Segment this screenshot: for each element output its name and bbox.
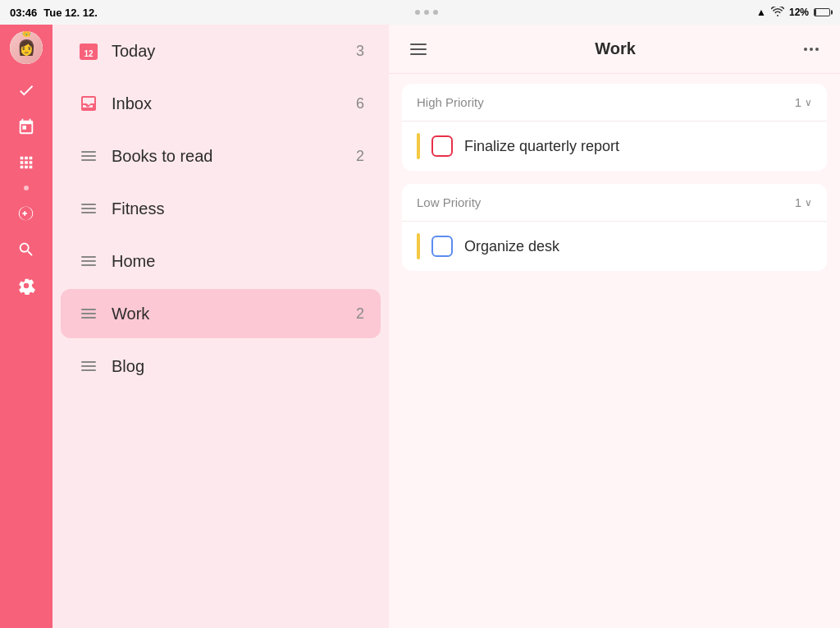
sidebar-item-today[interactable]: 12 Today 3 [61,26,381,76]
low-priority-chevron-icon: ∨ [805,197,812,209]
time-display: 03:46 [10,7,37,19]
sidebar-item-home[interactable]: Home [61,236,381,286]
home-list-icon [77,250,100,273]
sidebar-blog-label: Blog [112,357,353,376]
sidebar-inbox-count: 6 [356,95,364,112]
signal-icon: ▲ [756,7,766,18]
sidebar-home-label: Home [112,252,353,271]
books-list-icon [77,144,100,167]
rail-settings-icon[interactable] [10,269,43,302]
sidebar-item-work[interactable]: Work 2 [61,289,381,338]
main-content: Work High Priority 1 ∨ Finalize [389,25,840,628]
high-priority-header[interactable]: High Priority 1 ∨ [402,84,827,121]
app-container: 👩 👑 [0,25,840,628]
avatar[interactable]: 👩 👑 [10,31,43,64]
battery-percent: 12% [789,7,809,18]
rail-check-icon[interactable] [10,74,43,107]
sidebar-books-count: 2 [356,148,364,165]
high-priority-header-right: 1 ∨ [795,95,812,109]
hamburger-button[interactable] [405,39,431,60]
rail-timer-icon[interactable] [10,197,43,230]
rail-search-icon[interactable] [10,233,43,266]
top-dots-indicator [415,10,438,15]
high-priority-chevron-icon: ∨ [805,97,812,108]
rail-apps-icon[interactable] [10,146,43,179]
sidebar-work-count: 2 [356,305,364,323]
task-item-organize: Organize desk [402,221,827,271]
low-priority-header[interactable]: Low Priority 1 ∨ [402,184,827,221]
sidebar: 12 Today 3 Inbox 6 Books to read 2 [52,25,389,628]
sidebar-work-label: Work [112,305,345,323]
battery-icon [814,8,830,16]
more-options-button[interactable] [799,43,824,56]
sidebar-item-blog[interactable]: Blog [61,342,381,391]
low-priority-header-right: 1 ∨ [795,195,812,209]
sidebar-item-inbox[interactable]: Inbox 6 [61,79,381,128]
sidebar-item-books[interactable]: Books to read 2 [61,131,381,181]
rail-calendar-icon[interactable] [10,110,43,143]
high-priority-label: High Priority [417,95,484,109]
task-checkbox-organize[interactable] [431,236,453,257]
low-priority-bar [417,233,420,259]
sidebar-books-label: Books to read [112,147,345,166]
crown-badge: 👑 [21,31,31,37]
work-list-icon [77,302,100,325]
sidebar-inbox-label: Inbox [112,94,345,113]
task-item-finalize: Finalize quarterly report [402,121,827,171]
sidebar-item-fitness[interactable]: Fitness [61,184,381,233]
icon-rail: 👩 👑 [0,25,52,628]
high-priority-section: High Priority 1 ∨ Finalize quarterly rep… [402,84,827,171]
status-bar-right: ▲ 12% [756,7,830,19]
main-title: Work [431,39,799,58]
sidebar-today-label: Today [112,42,345,61]
task-checkbox-finalize[interactable] [431,135,453,157]
task-label-organize: Organize desk [464,238,559,255]
sidebar-today-count: 3 [356,43,364,60]
task-list: High Priority 1 ∨ Finalize quarterly rep… [389,74,840,628]
wifi-icon [771,7,784,19]
high-priority-bar [417,133,420,159]
blog-list-icon [77,355,100,378]
status-bar: 03:46 Tue 12. 12. ▲ 12% [0,0,840,25]
low-priority-section: Low Priority 1 ∨ Organize desk [402,184,827,271]
date-display: Tue 12. 12. [43,7,98,19]
inbox-icon [77,92,100,115]
task-label-finalize: Finalize quarterly report [464,138,619,155]
main-header: Work [389,25,840,74]
low-priority-count: 1 [795,195,801,209]
fitness-list-icon [77,197,100,220]
low-priority-label: Low Priority [417,195,481,209]
sidebar-fitness-label: Fitness [112,199,353,218]
high-priority-count: 1 [795,95,801,109]
rail-dot-divider [24,186,29,190]
today-icon: 12 [77,39,100,62]
svg-text:12: 12 [84,49,94,58]
